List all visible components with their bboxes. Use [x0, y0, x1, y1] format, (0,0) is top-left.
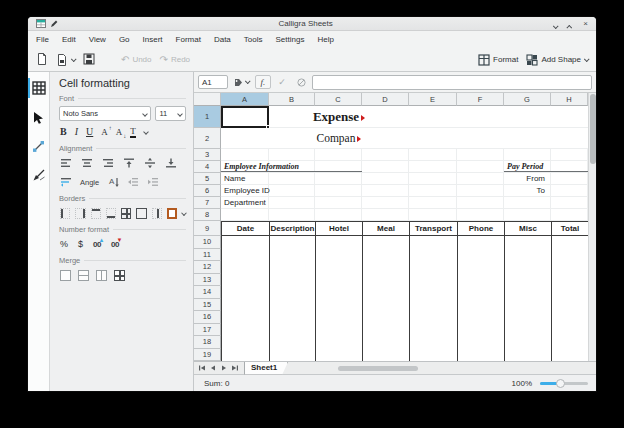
cell-A13[interactable]: [221, 274, 269, 287]
cell-E7[interactable]: [409, 197, 457, 209]
cell-C7[interactable]: [315, 197, 362, 209]
open-dropdown-chevron[interactable]: [71, 56, 77, 62]
cell-F11[interactable]: [457, 249, 504, 262]
row-header-4[interactable]: 4: [194, 161, 221, 173]
vertical-scrollbar-thumb[interactable]: [590, 94, 596, 164]
border-color-swatch[interactable]: [167, 208, 177, 219]
cell-B19[interactable]: [269, 349, 315, 362]
cell-H3[interactable]: [551, 149, 588, 161]
cell-E16[interactable]: [409, 311, 457, 324]
close-button[interactable]: ×: [583, 20, 588, 28]
select-all-corner[interactable]: [194, 93, 221, 106]
row-header-15[interactable]: 15: [194, 299, 221, 312]
text-color-button[interactable]: T: [130, 127, 136, 138]
cell-C6[interactable]: [315, 185, 362, 197]
cell-A11[interactable]: [221, 249, 269, 262]
cell-B13[interactable]: [269, 274, 315, 287]
cell-B16[interactable]: [269, 311, 315, 324]
border-all-button[interactable]: [121, 208, 131, 219]
cell-C16[interactable]: [315, 311, 362, 324]
cell-selection-marquee[interactable]: [221, 106, 269, 128]
border-color-chevron-icon[interactable]: [181, 210, 186, 215]
cell-H1[interactable]: [551, 106, 588, 128]
cell-E9[interactable]: Transport: [409, 221, 457, 236]
cell-A12[interactable]: [221, 261, 269, 274]
first-sheet-button[interactable]: [197, 364, 206, 373]
merge-cells-button[interactable]: [60, 270, 71, 281]
cell-G1[interactable]: [504, 106, 551, 128]
horizontal-scrollbar[interactable]: [296, 365, 587, 372]
column-header-B[interactable]: B: [269, 93, 315, 106]
column-header-C[interactable]: C: [315, 93, 362, 106]
cell-C12[interactable]: [315, 261, 362, 274]
cell-D18[interactable]: [362, 336, 409, 349]
column-header-F[interactable]: F: [457, 93, 504, 106]
next-sheet-button[interactable]: [219, 364, 228, 373]
undo-button[interactable]: ↶ Undo: [121, 55, 152, 65]
cell-G12[interactable]: [504, 261, 551, 274]
formula-input[interactable]: [312, 75, 592, 90]
cell-C19[interactable]: [315, 349, 362, 362]
row-header-12[interactable]: 12: [194, 261, 221, 274]
dock-tab-shape-selection[interactable]: [28, 107, 50, 127]
merge-vertical-button[interactable]: [96, 270, 107, 281]
font-size-select[interactable]: 11: [155, 106, 186, 121]
cell-C13[interactable]: [315, 274, 362, 287]
cell-F2[interactable]: [457, 128, 504, 149]
cell-F15[interactable]: [457, 299, 504, 312]
menu-go[interactable]: Go: [119, 35, 130, 44]
cell-B18[interactable]: [269, 336, 315, 349]
cancel-button[interactable]: [293, 75, 309, 89]
cell-H15[interactable]: [551, 299, 588, 312]
column-header-G[interactable]: G: [504, 93, 551, 106]
cell-F12[interactable]: [457, 261, 504, 274]
add-shape-button[interactable]: Add Shape: [526, 54, 588, 66]
cell-D10[interactable]: [362, 236, 409, 249]
cell-C14[interactable]: [315, 286, 362, 299]
cell-G13[interactable]: [504, 274, 551, 287]
wrap-text-button[interactable]: [60, 176, 72, 188]
cell-D15[interactable]: [362, 299, 409, 312]
redo-button[interactable]: ↷ Redo: [160, 55, 191, 65]
cell-G2[interactable]: [504, 128, 551, 149]
cell-E11[interactable]: [409, 249, 457, 262]
cell-G10[interactable]: [504, 236, 551, 249]
cell-G15[interactable]: [504, 299, 551, 312]
cell-C18[interactable]: [315, 336, 362, 349]
cell-E3[interactable]: [409, 149, 457, 161]
cell-C17[interactable]: [315, 324, 362, 337]
border-inner-vertical-button[interactable]: [152, 208, 162, 219]
cell-F4[interactable]: [457, 161, 504, 173]
cell-H12[interactable]: [551, 261, 588, 274]
cell-A10[interactable]: [221, 236, 269, 249]
cell-H14[interactable]: [551, 286, 588, 299]
cell-D14[interactable]: [362, 286, 409, 299]
cell-A16[interactable]: [221, 311, 269, 324]
selection-fill-handle[interactable]: [266, 125, 270, 129]
cell-F13[interactable]: [457, 274, 504, 287]
cell-E18[interactable]: [409, 336, 457, 349]
cell-C15[interactable]: [315, 299, 362, 312]
cell-F3[interactable]: [457, 149, 504, 161]
cell-H2[interactable]: [551, 128, 588, 149]
increase-precision-button[interactable]: 00▲: [93, 240, 101, 249]
cell-E10[interactable]: [409, 236, 457, 249]
cell-D19[interactable]: [362, 349, 409, 362]
cell-D7[interactable]: [362, 197, 409, 209]
cell-H18[interactable]: [551, 336, 588, 349]
insert-function-button[interactable]: f.: [255, 75, 271, 89]
align-right-button[interactable]: [102, 157, 114, 169]
cell-B8[interactable]: [269, 209, 315, 221]
cell-G8[interactable]: [504, 209, 551, 221]
cell-B12[interactable]: [269, 261, 315, 274]
cell-A18[interactable]: [221, 336, 269, 349]
cell-F5[interactable]: [457, 173, 504, 185]
dock-tab-cell-formatting[interactable]: [28, 78, 50, 98]
cell-D11[interactable]: [362, 249, 409, 262]
column-header-A[interactable]: A: [221, 93, 269, 106]
decrease-indent-button[interactable]: [127, 176, 139, 188]
cell-G19[interactable]: [504, 349, 551, 362]
cell-E2[interactable]: [409, 128, 457, 149]
merge-horizontal-button[interactable]: [78, 270, 89, 281]
row-header-17[interactable]: 17: [194, 324, 221, 337]
